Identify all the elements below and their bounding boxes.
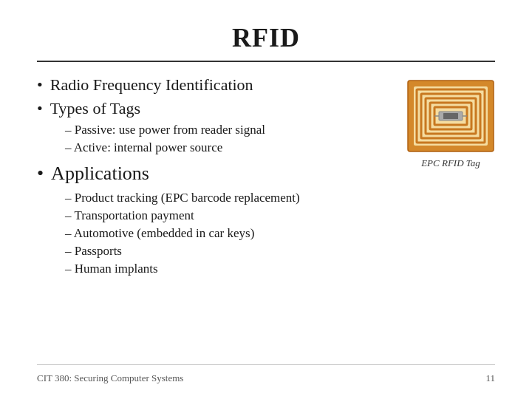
bullet-3: • Applications (37, 163, 392, 185)
app-item-4: Passports (65, 244, 392, 259)
app-subitems: Product tracking (EPC barcode replacemen… (65, 191, 392, 276)
sub-bullet-1: Passive: use power from reader signal (65, 123, 392, 137)
svg-rect-8 (443, 113, 458, 119)
app-item-5: Human implants (65, 262, 392, 276)
main-content: • Radio Frequency Identification • Types… (37, 75, 495, 364)
title-divider (37, 61, 495, 62)
epc-section: EPC RFID Tag (406, 79, 495, 169)
bullet-3-text: Applications (51, 163, 149, 185)
bullet-2: • Types of Tags (37, 99, 392, 118)
bullet-1-text: Radio Frequency Identification (50, 75, 253, 95)
footer: CIT 380: Securing Computer Systems 11 (37, 364, 495, 384)
footer-course: CIT 380: Securing Computer Systems (37, 372, 183, 384)
footer-page: 11 (485, 372, 495, 384)
bullet-3-dot: • (37, 163, 44, 185)
slide: RFID • Radio Frequency Identification • … (0, 0, 532, 399)
applications-section: • Applications Product tracking (EPC bar… (37, 163, 392, 276)
sub-bullet-2: Active: internal power source (65, 140, 392, 155)
app-item-1: Product tracking (EPC barcode replacemen… (65, 191, 392, 205)
slide-title: RFID (37, 22, 495, 53)
rfid-tag-image (406, 79, 495, 153)
bullet-1: • Radio Frequency Identification (37, 75, 392, 95)
bullet-1-dot: • (37, 75, 43, 95)
bullet-2-dot: • (37, 99, 43, 118)
text-section: • Radio Frequency Identification • Types… (37, 75, 392, 279)
epc-tag-label: EPC RFID Tag (421, 157, 480, 169)
app-item-3: Automotive (embedded in car keys) (65, 226, 392, 241)
app-item-2: Transportation payment (65, 208, 392, 223)
bullet-2-text: Types of Tags (50, 99, 140, 118)
types-subitems: Passive: use power from reader signal Ac… (65, 123, 392, 155)
